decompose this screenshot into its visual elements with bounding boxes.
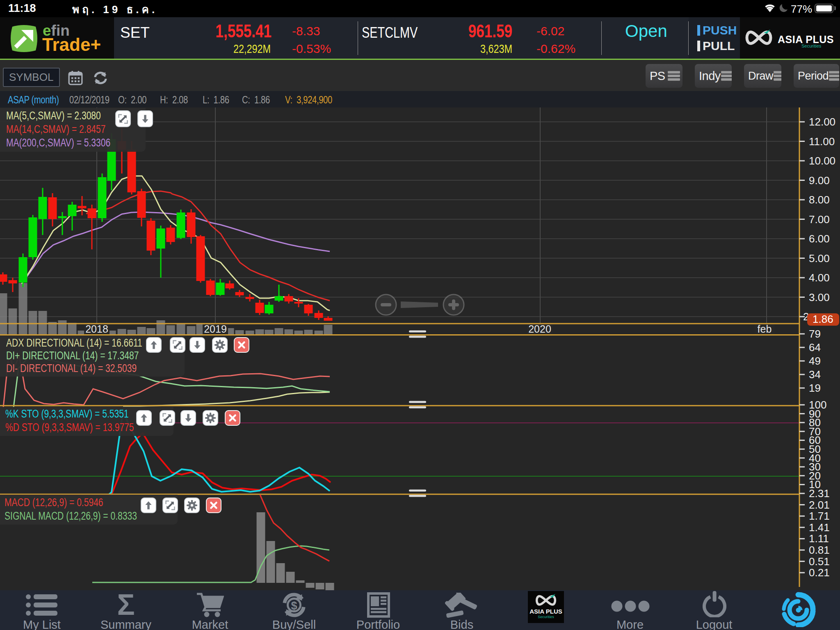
svg-text:8.00: 8.00	[809, 194, 830, 206]
svg-text:10.00: 10.00	[809, 155, 835, 167]
svg-text:$: $	[291, 599, 297, 612]
svg-text:feb: feb	[758, 323, 772, 335]
svg-text:2.31: 2.31	[809, 487, 830, 500]
svg-text:2019: 2019	[204, 323, 227, 335]
svg-text:11.00: 11.00	[809, 135, 835, 148]
svg-text:19: 19	[809, 382, 821, 394]
svg-text:2.01: 2.01	[809, 499, 830, 511]
svg-text:2018: 2018	[85, 323, 108, 335]
svg-text:9.00: 9.00	[809, 174, 830, 187]
svg-text:0.51: 0.51	[809, 555, 830, 568]
svg-text:64: 64	[809, 341, 821, 354]
svg-text:2020: 2020	[528, 323, 551, 335]
svg-text:49: 49	[809, 355, 821, 367]
svg-text:1.41: 1.41	[809, 521, 830, 534]
svg-text:3.00: 3.00	[809, 291, 830, 304]
svg-text:1.11: 1.11	[809, 532, 829, 545]
svg-text:7.00: 7.00	[809, 213, 830, 226]
svg-text:5.00: 5.00	[809, 252, 830, 265]
svg-text:1.71: 1.71	[809, 510, 830, 522]
svg-text:4.00: 4.00	[809, 272, 830, 284]
svg-text:6.00: 6.00	[809, 233, 830, 245]
svg-text:0.81: 0.81	[809, 544, 830, 556]
svg-text:34: 34	[809, 368, 821, 381]
svg-text:0.21: 0.21	[809, 566, 830, 579]
svg-text:1.86: 1.86	[813, 313, 833, 325]
svg-text:79: 79	[809, 328, 821, 340]
svg-text:12.00: 12.00	[809, 116, 835, 128]
